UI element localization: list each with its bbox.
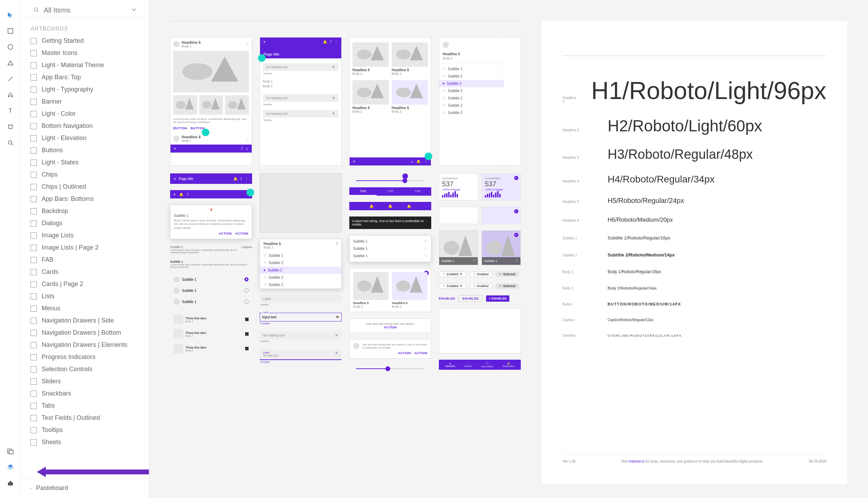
artboard-item[interactable]: Sheets <box>21 436 149 448</box>
notification-icon[interactable]: 🔔 <box>179 193 183 196</box>
artboard-item[interactable]: Text Fields | Outlined <box>21 412 149 424</box>
rectangle-tool[interactable] <box>0 23 21 39</box>
text-field[interactable]: No leading icon 👁 <box>263 110 339 117</box>
more-icon[interactable]: ⋮ <box>245 42 249 46</box>
banner-action[interactable]: ACTION <box>384 326 397 329</box>
artboard-group-sheets[interactable]: Headline 6 Body 2 ⤴ ♡Subtitle 1 ♡Subtitl… <box>260 173 342 373</box>
radio-row[interactable]: Subtitle 1 <box>170 297 252 307</box>
artboard-item[interactable]: Buttons <box>21 144 149 156</box>
image-tile-selected[interactable]: ✓ Subtitle 1♡ <box>482 230 521 265</box>
eye-icon[interactable]: 👁 <box>332 96 335 100</box>
notification-icon[interactable]: 🔔 <box>233 177 237 181</box>
dialog[interactable]: 📍 Subtitle 1 Body 2 lorem ipsum dolor si… <box>170 205 252 239</box>
circle-tool[interactable] <box>0 39 21 55</box>
text-field[interactable]: No leading icon 👁 <box>263 94 339 102</box>
card-pair[interactable]: ✓ Headline 6Body 2 Headline 6Body 2 <box>349 268 431 312</box>
select-tool[interactable] <box>0 7 21 23</box>
eye-icon[interactable]: 👁 <box>332 112 335 115</box>
tab-item[interactable]: TAB <box>349 187 377 196</box>
artboard-item[interactable]: Chips <box>21 169 149 181</box>
artboard-item[interactable]: Lists <box>21 290 149 302</box>
text-field[interactable]: No leading icon 👁 <box>263 63 339 71</box>
menu-icon[interactable]: ≡ <box>353 160 355 163</box>
notification-icon[interactable]: 🔔 <box>323 40 327 44</box>
drawer-item[interactable]: ♡Subtitle 2 <box>439 87 504 95</box>
sheet-item[interactable]: ♡Subtitle 2 <box>260 259 341 267</box>
bottom-nav-item[interactable]: ⌕Search <box>464 362 472 367</box>
artboard-item[interactable]: Light - Elevation <box>21 132 149 144</box>
artboard-item[interactable]: Banner <box>21 96 149 108</box>
search-input[interactable] <box>39 6 132 14</box>
artboard-tool[interactable] <box>0 119 21 135</box>
menu-icon[interactable]: ≡ <box>264 40 266 44</box>
menu-item[interactable]: Subtitle 1♡ <box>350 245 431 252</box>
search-icon[interactable]: ⌕ <box>246 147 248 150</box>
notification-icon[interactable]: 🔔 <box>369 204 374 208</box>
button-contained[interactable]: + ENABLED <box>486 295 509 302</box>
radio-row[interactable]: Subtitle 1 <box>170 275 252 284</box>
textfield-outlined[interactable]: Label Input text 👁 <box>260 313 342 321</box>
swatch-white[interactable] <box>439 207 478 224</box>
fab[interactable] <box>202 129 209 136</box>
artboard-group-controls[interactable]: TAB TAB TAB 🔔🔔🔔 Custom text string. One … <box>349 173 431 373</box>
chip[interactable]: ♡ Enabled ✕ <box>439 283 466 289</box>
share-icon[interactable]: ⤴ <box>241 147 243 150</box>
textfield-filled[interactable]: No leading icon 👁 <box>260 332 342 339</box>
artboard-item[interactable]: Tooltips <box>21 424 149 436</box>
dialog-action[interactable]: ACTION <box>235 232 249 235</box>
drawer-item[interactable]: ♡Subtitle 1 <box>439 65 504 73</box>
artboard-group-backdrop[interactable]: ≡Page title 🔔⤴⋮ ≡🔔⤴ 📍 Subtitle 1 Body 2 … <box>170 173 252 373</box>
radio[interactable] <box>244 288 249 293</box>
artboard-item[interactable]: Image Lists <box>21 229 149 242</box>
artboard-item[interactable]: Backdrop <box>21 205 149 217</box>
artboard-item[interactable]: Tabs <box>21 400 149 412</box>
artboard-item[interactable]: Getting Started <box>21 35 149 47</box>
artboard-item[interactable]: Navigation Drawers | Elements <box>21 339 149 351</box>
list-item[interactable]: Three-line itemBody 2 <box>170 342 252 355</box>
tab-item[interactable]: TAB <box>377 187 404 196</box>
list-item[interactable]: Three-line itemBody 2 <box>170 313 252 326</box>
heart-icon[interactable]: ♡ <box>473 259 476 263</box>
more-icon[interactable]: ⋮ <box>334 40 338 44</box>
menu-item[interactable]: Subtitle 1♡ <box>350 238 431 245</box>
layers-panel-icon[interactable] <box>0 459 21 475</box>
button-text[interactable]: ENABLED <box>439 297 455 300</box>
button-text[interactable]: BUTTON <box>173 126 187 130</box>
banner-action[interactable]: ACTION <box>415 351 428 355</box>
fab[interactable] <box>247 189 254 196</box>
banner-one-line[interactable]: One line text string with one action. AC… <box>349 318 431 333</box>
radio-row[interactable]: Subtitle 1 <box>170 286 252 295</box>
metric-card[interactable]: Conversion 537 +22% of target <box>439 173 478 201</box>
menu[interactable]: Subtitle 1♡ Subtitle 1♡ Subtitle 1♡ <box>349 235 431 262</box>
button-outlined[interactable]: ENABLED <box>459 295 483 302</box>
artboard-item[interactable]: Selection Controls <box>21 363 149 375</box>
pen-tool[interactable] <box>0 87 21 103</box>
share-icon[interactable]: ⤴ <box>187 193 189 196</box>
artboard-item[interactable]: Image Lists | Page 2 <box>21 242 149 254</box>
notification-icon[interactable]: 🔔 <box>407 204 411 208</box>
more-icon[interactable]: ⋮ <box>424 160 427 163</box>
textfield-filled[interactable]: Label <box>260 295 342 303</box>
artboard-imagelist[interactable]: Headline 6 Body 2 ⋮ Lorem ipsum dolor si… <box>170 37 252 166</box>
canvas[interactable]: Headline 6 Body 2 ⋮ Lorem ipsum dolor si… <box>149 0 868 498</box>
drawer-item[interactable]: ♡Subtitle 2 <box>439 73 504 80</box>
artboard-item[interactable]: Cards <box>21 266 149 278</box>
sheet-item-selected[interactable]: ♥Subtitle 2 <box>260 267 341 274</box>
chip-selected[interactable]: ✓ Selected <box>495 283 519 289</box>
eye-icon[interactable]: 👁 <box>332 65 335 69</box>
drawer-item[interactable]: ♡Subtitle 2 <box>439 102 504 109</box>
eye-icon[interactable]: 👁 <box>335 334 338 337</box>
eye-icon[interactable]: 👁 <box>336 315 339 319</box>
sheet-item[interactable]: ♡Subtitle 2 <box>260 281 341 288</box>
bottom-nav-item[interactable]: ⓘInformation <box>481 362 493 368</box>
eye-icon[interactable]: 👁 <box>335 351 338 357</box>
artboard-item[interactable]: Light - Color <box>21 108 149 120</box>
tab-item[interactable]: TAB <box>404 187 431 196</box>
artboard-item[interactable]: Navigation Drawers | Side <box>21 315 149 327</box>
artboard-item[interactable]: App Bars: Bottoms <box>21 193 149 205</box>
share-icon[interactable]: ⤴ <box>330 40 332 44</box>
sheet-item[interactable]: ♡Subtitle 1 <box>260 252 341 259</box>
artboard-item[interactable]: Bottom Navigation <box>21 120 149 132</box>
fab[interactable] <box>258 54 266 62</box>
fab[interactable] <box>425 153 432 160</box>
